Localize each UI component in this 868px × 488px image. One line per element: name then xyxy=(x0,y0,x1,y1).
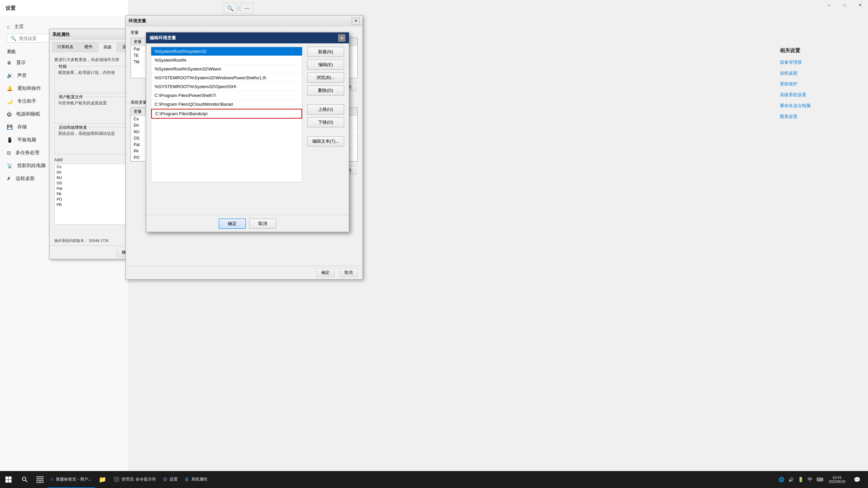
focus-icon: 🌙 xyxy=(7,99,13,104)
taskbar-sysprops[interactable]: 🖥 系统属性 xyxy=(181,471,211,488)
notifications-icon: 🔔 xyxy=(7,86,13,91)
startup-title: 启动和故障恢复 xyxy=(57,125,88,130)
env-titlebar-btns: ✕ xyxy=(352,17,360,25)
ime-icon[interactable]: 中 xyxy=(806,476,814,483)
edit-env-cancel-btn[interactable]: 取消 xyxy=(249,219,276,229)
search-icon: 🔍 xyxy=(11,36,16,41)
settings-label: 设置 xyxy=(170,476,178,482)
svg-rect-6 xyxy=(37,476,39,479)
env-titlebar: 环境变量 ✕ xyxy=(126,16,362,26)
taskbar: e 新建标签页 - 用户... 📁 ⬛ 管理员: 命令提示符 ⚙ 设置 🖥 系统… xyxy=(0,471,868,488)
tablet-label: 平板电脑 xyxy=(17,137,36,143)
edge-icon: e xyxy=(51,476,54,482)
edit-env-footer: 确定 取消 xyxy=(146,215,349,232)
edit-env-title: 编辑环境变量 xyxy=(150,35,176,41)
move-down-btn[interactable]: 下移(O) xyxy=(307,117,344,127)
link-rename-computer[interactable]: 重命名这台电脑 xyxy=(780,103,854,109)
close-button[interactable]: ✕ xyxy=(852,0,868,10)
network-icon[interactable]: 🌐 xyxy=(777,477,786,482)
link-advanced-system[interactable]: 高级系统设置 xyxy=(780,92,854,98)
edit-env-dialog: 编辑环境变量 ✕ %SystemRoot%\system32 %SystemRo… xyxy=(146,32,349,232)
move-up-btn[interactable]: 上移(U) xyxy=(307,104,344,115)
volume-icon[interactable]: 🔊 xyxy=(787,477,795,482)
list-item[interactable]: %SystemRoot%\System32\Wbem xyxy=(151,65,302,74)
list-item[interactable]: %SYSTEMROOT%\System32\OpenSSH\ xyxy=(151,82,302,91)
zoom-button[interactable]: 🔍 xyxy=(224,3,237,14)
more-button[interactable]: ⋯ xyxy=(241,3,254,14)
battery-icon: 🔋 xyxy=(796,477,805,482)
notifications-taskbar-btn[interactable]: 💬 xyxy=(849,471,865,488)
link-graphics-settings[interactable]: 图形设置 xyxy=(780,114,854,120)
browse-path-btn[interactable]: 浏览(B)... xyxy=(307,73,344,83)
remote-label: 远程桌面 xyxy=(16,176,35,182)
edge-label: 新建标签页 - 用户... xyxy=(56,476,92,482)
related-settings-title: 相关设置 xyxy=(780,47,854,54)
link-remote-desktop[interactable]: 远程桌面 xyxy=(780,70,854,76)
edit-text-btn[interactable]: 编辑文本(T)... xyxy=(307,136,344,146)
svg-point-4 xyxy=(22,477,26,481)
edit-env-close-btn[interactable]: ✕ xyxy=(338,34,346,42)
list-item[interactable]: C:\Program Files\Bandizip\ xyxy=(151,109,302,119)
taskbar-clock[interactable]: 10:41 2023/9/19 xyxy=(826,475,848,484)
sound-icon: 🔊 xyxy=(7,73,13,78)
taskbar-cmd[interactable]: ⬛ 管理员: 命令提示符 xyxy=(110,471,160,488)
env-title: 环境变量 xyxy=(129,18,146,24)
settings-icon: ⚙ xyxy=(163,476,167,483)
tablet-icon: 📱 xyxy=(7,137,13,143)
list-item[interactable]: %SYSTEMROOT%\System32\WindowsPowerShell\… xyxy=(151,74,302,82)
list-item[interactable]: %SystemRoot% xyxy=(151,56,302,65)
power-label: 电源和睡眠 xyxy=(16,111,40,117)
windows-icon xyxy=(5,476,12,483)
tab-computer-name[interactable]: 计算机名 xyxy=(52,42,79,52)
taskbar-tray: 🌐 🔊 🔋 中 ⌨ 10:41 2023/9/19 💬 xyxy=(774,471,868,488)
env-close-btn[interactable]: ✕ xyxy=(352,17,360,25)
notif-icon: 💬 xyxy=(854,476,861,483)
remote-icon: ✗ xyxy=(7,176,11,181)
related-settings-panel: 相关设置 设备管理器 远程桌面 系统保护 高级系统设置 重命名这台电脑 图形设置 xyxy=(773,41,861,131)
tab-hardware[interactable]: 硬件 xyxy=(79,42,98,52)
taskbar-search[interactable] xyxy=(17,471,32,488)
list-item[interactable]: C:\Program Files\PowerShell\7\ xyxy=(151,91,302,100)
storage-label: 存储 xyxy=(17,124,27,130)
list-item[interactable]: %SystemRoot%\system32 xyxy=(151,47,302,56)
taskbar-task-view[interactable] xyxy=(32,471,47,488)
sysprops-title: 系统属性 xyxy=(52,32,70,38)
sysprops-label: 系统属性 xyxy=(191,476,208,482)
clock-date: 2023/9/19 xyxy=(829,480,845,484)
user-profile-title: 用户配置文件 xyxy=(57,94,84,100)
delete-path-btn[interactable]: 删除(D) xyxy=(307,85,344,96)
svg-rect-2 xyxy=(5,480,8,483)
storage-icon: 💾 xyxy=(7,124,13,130)
cmd-icon: ⬛ xyxy=(114,476,119,482)
folder-icon: 📁 xyxy=(99,476,106,483)
multitask-icon: ⊟ xyxy=(7,150,11,156)
taskbar-settings[interactable]: ⚙ 设置 xyxy=(159,471,181,488)
edit-env-side-btns: 新建(N) 编辑(E) 浏览(B)... 删除(D) 上移(U) 下移(O) 编… xyxy=(302,47,349,209)
settings-topbar: 设置 xyxy=(0,0,129,17)
multitask-label: 多任务处理 xyxy=(16,150,39,156)
focus-label: 专注助手 xyxy=(17,98,36,104)
new-path-btn[interactable]: 新建(N) xyxy=(307,47,344,57)
path-list[interactable]: %SystemRoot%\system32 %SystemRoot% %Syst… xyxy=(151,47,302,182)
power-icon: ⏻ xyxy=(7,111,12,117)
minimize-button[interactable]: ─ xyxy=(821,0,837,10)
tab-advanced[interactable]: 高级 xyxy=(98,42,117,52)
edit-env-ok-btn[interactable]: 确定 xyxy=(219,219,246,229)
keyboard-icon[interactable]: ⌨ xyxy=(815,477,825,482)
link-system-protection[interactable]: 系统保护 xyxy=(780,81,854,87)
link-device-manager[interactable]: 设备管理器 xyxy=(780,59,854,65)
env-footer: 确定 取消 xyxy=(126,266,362,279)
sysprops-icon: 🖥 xyxy=(184,476,189,482)
taskbar-edge[interactable]: e 新建标签页 - 用户... xyxy=(47,471,95,488)
taskbar-explorer[interactable]: 📁 xyxy=(95,471,110,488)
display-label: 显示 xyxy=(16,60,26,66)
start-button[interactable] xyxy=(0,471,17,488)
list-item[interactable]: C:\Program Files\QCloud\Monitor\Barad xyxy=(151,100,302,109)
edit-path-btn[interactable]: 编辑(E) xyxy=(307,60,344,70)
env-cancel-btn[interactable]: 取消 xyxy=(339,268,358,277)
svg-line-5 xyxy=(25,480,27,482)
maximize-button[interactable]: □ xyxy=(837,0,852,10)
svg-rect-1 xyxy=(9,476,12,480)
env-ok-btn[interactable]: 确定 xyxy=(316,268,335,277)
svg-rect-3 xyxy=(9,480,12,483)
